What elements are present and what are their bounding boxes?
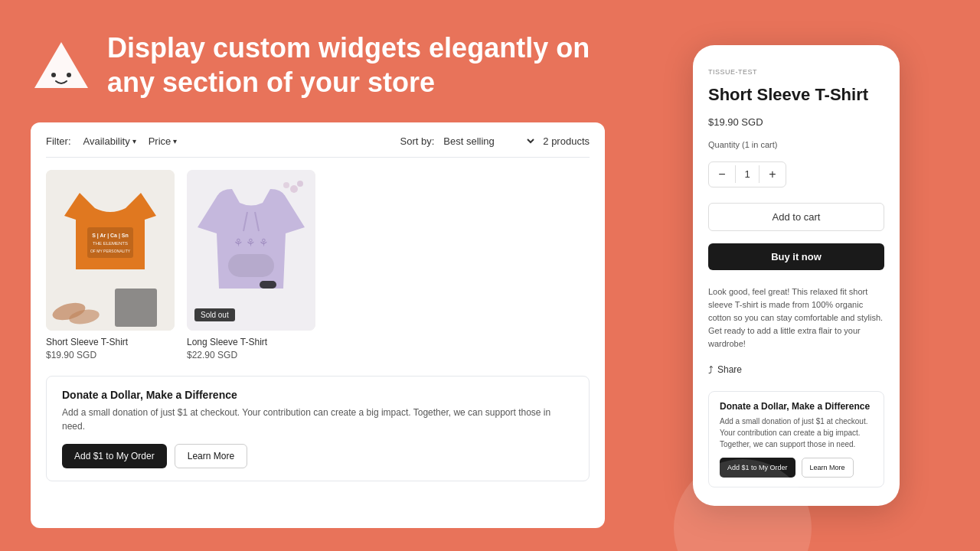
product-name-2: Long Sleeve T-Shirt [187, 337, 315, 347]
right-section: TISSUE-TEST Short Sleeve T-Shirt $19.90 … [628, 45, 980, 506]
mobile-qty-label: Quantity (1 in cart) [708, 140, 884, 149]
svg-text:THE ELEMENTS: THE ELEMENTS [93, 241, 128, 246]
mobile-store-label: TISSUE-TEST [708, 68, 884, 76]
product-card-2[interactable]: ⚘ ⚘ ⚘ Sold out Long Sleeve T-Shirt $22.9… [187, 170, 315, 360]
svg-text:OF MY PERSONALITY: OF MY PERSONALITY [90, 249, 131, 253]
svg-marker-0 [34, 42, 88, 88]
left-section: Display custom widgets elegantly on any … [0, 0, 628, 551]
share-icon: ⤴ [708, 364, 714, 376]
mobile-widget-title: Donate a Dollar, Make a Difference [720, 401, 873, 412]
mobile-buy-now-btn[interactable]: Buy it now [708, 243, 884, 270]
mobile-mockup: TISSUE-TEST Short Sleeve T-Shirt $19.90 … [693, 45, 900, 506]
product-card-1[interactable]: S | Ar | Ca | Sn THE ELEMENTS OF MY PERS… [46, 170, 175, 360]
widget-buttons: Add $1 to My Order Learn More [62, 444, 573, 468]
add-dollar-btn[interactable]: Add $1 to My Order [62, 444, 167, 468]
hero-title: Display custom widgets elegantly on any … [107, 31, 605, 99]
products-grid: S | Ar | Ca | Sn THE ELEMENTS OF MY PERS… [46, 170, 590, 360]
sort-label: Sort by: [400, 135, 435, 147]
sort-select[interactable]: Best selling Price: Low to High Price: H… [440, 135, 537, 148]
svg-text:⚘ ⚘ ⚘: ⚘ ⚘ ⚘ [234, 236, 270, 249]
svg-rect-10 [115, 289, 157, 327]
mobile-learn-more-btn[interactable]: Learn More [802, 458, 854, 478]
svg-rect-19 [260, 281, 276, 289]
store-panel: Filter: Availability Price Sort by: Best… [31, 122, 605, 528]
mobile-product-title: Short Sleeve T-Shirt [708, 85, 884, 105]
sold-out-badge: Sold out [194, 308, 235, 321]
product-image-1: S | Ar | Ca | Sn THE ELEMENTS OF MY PERS… [46, 170, 175, 331]
svg-rect-17 [228, 254, 274, 277]
availability-filter-btn[interactable]: Availability [83, 135, 136, 147]
products-count: 2 products [543, 135, 590, 147]
share-label: Share [717, 364, 742, 375]
mobile-qty-control: − 1 + [708, 161, 786, 187]
qty-plus-btn[interactable]: + [760, 162, 786, 187]
widget-box: Donate a Dollar, Make a Difference Add a… [46, 376, 590, 481]
mobile-add-to-cart-btn[interactable]: Add to cart [708, 203, 884, 231]
widget-title: Donate a Dollar, Make a Difference [62, 389, 573, 401]
sort-area: Sort by: Best selling Price: Low to High… [400, 135, 590, 148]
svg-text:S | Ar | Ca | Sn: S | Ar | Ca | Sn [92, 233, 129, 239]
product-name-1: Short Sleeve T-Shirt [46, 337, 175, 347]
product-price-1: $19.90 SGD [46, 350, 175, 360]
qty-value: 1 [735, 165, 760, 183]
mobile-share-row[interactable]: ⤴ Share [708, 364, 884, 376]
svg-point-12 [290, 185, 298, 193]
svg-point-13 [297, 181, 303, 187]
filter-bar: Filter: Availability Price Sort by: Best… [46, 135, 590, 158]
learn-more-btn[interactable]: Learn More [175, 444, 247, 468]
filter-label: Filter: [46, 135, 71, 147]
svg-point-1 [51, 73, 56, 77]
qty-minus-btn[interactable]: − [709, 162, 735, 187]
product-price-2: $22.90 SGD [187, 350, 315, 360]
widget-description: Add a small donation of just $1 at check… [62, 406, 573, 433]
mobile-widget-desc: Add a small donation of just $1 at check… [720, 416, 873, 450]
mobile-product-desc: Look good, feel great! This relaxed fit … [708, 285, 884, 350]
svg-point-2 [67, 73, 71, 77]
svg-point-14 [283, 182, 289, 188]
logo-icon [31, 38, 92, 92]
mobile-price: $19.90 SGD [708, 116, 884, 128]
price-filter-btn[interactable]: Price [149, 135, 178, 147]
product-image-2: ⚘ ⚘ ⚘ Sold out [187, 170, 315, 331]
hero-area: Display custom widgets elegantly on any … [31, 31, 605, 99]
